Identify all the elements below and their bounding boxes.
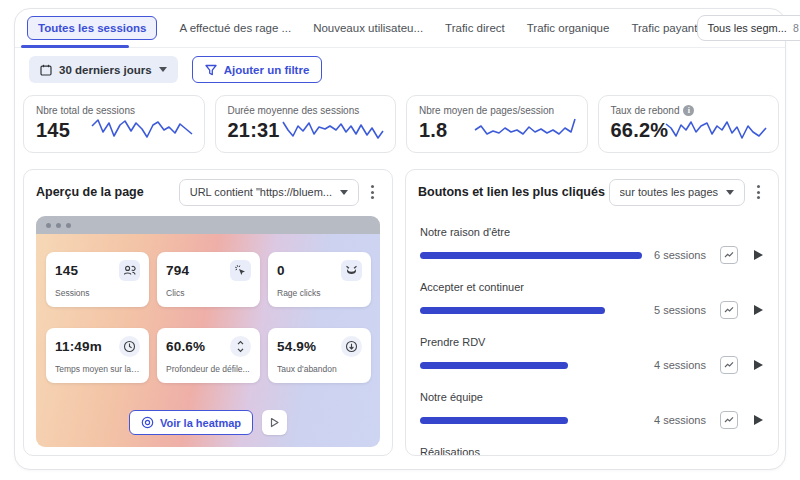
play-sessions-button[interactable] — [752, 414, 764, 426]
sessions-count: 5 sessions — [654, 304, 706, 316]
play-icon — [752, 359, 764, 371]
exit-down-icon — [341, 336, 362, 357]
sessions-bar — [420, 417, 568, 424]
trend-chart-icon — [724, 360, 734, 370]
panel-title: Boutons et lien les plus cliqués — [418, 185, 605, 199]
segments-count-badge: 8 — [793, 22, 799, 34]
filter-bar: 30 derniers jours Ajouter un filtre — [29, 56, 322, 83]
tab-toutes-les-sessions[interactable]: Toutes les sessions — [27, 16, 157, 40]
page-overview-panel: Aperçu de la page URL contient "https://… — [23, 169, 393, 456]
tab-trafic-payant[interactable]: Trafic payant — [631, 22, 697, 34]
view-trend-button[interactable] — [720, 411, 738, 429]
sessions-bar — [420, 362, 568, 369]
top-clicks-panel: Boutons et lien les plus cliqués sur tou… — [405, 169, 779, 456]
play-icon — [752, 304, 764, 316]
stat-value: 0 — [277, 263, 285, 278]
stat-clics: 794 Clics — [157, 252, 260, 307]
segments-dropdown-label: Tous les segm... — [707, 22, 786, 34]
add-filter-button[interactable]: Ajouter un filtre — [192, 56, 323, 83]
preview-actions: Voir la heatmap — [36, 410, 380, 435]
sparkline-chart — [473, 114, 577, 144]
sessions-bar — [420, 252, 642, 259]
view-trend-button[interactable] — [720, 301, 738, 319]
click-cursor-icon — [230, 260, 251, 281]
list-item: Prendre RDV 4 sessions — [420, 336, 764, 374]
tab-rage-clicks[interactable]: A effectué des rage ... — [179, 22, 291, 34]
view-heatmap-button[interactable]: Voir la heatmap — [129, 410, 253, 435]
stat-scroll-depth: 60.6% Profondeur de défile... — [157, 328, 260, 383]
sessions-count: 4 sessions — [654, 359, 706, 371]
trend-chart-icon — [724, 415, 734, 425]
users-icon — [119, 260, 140, 281]
play-sessions-button[interactable] — [752, 359, 764, 371]
view-trend-button[interactable] — [720, 356, 738, 374]
play-preview-button[interactable] — [262, 410, 287, 435]
stat-label: Taux d'abandon — [277, 364, 362, 374]
chevron-down-icon — [726, 190, 734, 195]
date-range-dropdown[interactable]: 30 derniers jours — [29, 56, 178, 83]
sessions-bar — [420, 307, 605, 314]
page-preview-mockup: 145 Sessions 794 — [36, 216, 380, 447]
tab-trafic-organique[interactable]: Trafic organique — [527, 22, 610, 34]
stat-label: Clics — [166, 288, 251, 298]
stat-value: 794 — [166, 263, 189, 278]
calendar-icon — [40, 64, 52, 76]
pages-scope-dropdown[interactable]: sur toutes les pages — [609, 179, 745, 206]
url-filter-dropdown[interactable]: URL contient "https://bluem... — [179, 179, 359, 206]
play-sessions-button[interactable] — [752, 249, 764, 261]
trend-chart-icon — [724, 305, 734, 315]
tab-label: Toutes les sessions — [38, 22, 146, 34]
overlay-stats-row-1: 145 Sessions 794 — [46, 252, 371, 307]
overlay-stats-row-2: 11:49m Temps moyen sur la ... 60.6% — [46, 328, 371, 383]
kpi-row: Nbre total de sessions 145 Durée moyenne… — [23, 95, 779, 153]
kpi-total-sessions: Nbre total de sessions 145 — [23, 95, 205, 153]
stat-sessions: 145 Sessions — [46, 252, 149, 307]
panel-menu-button[interactable] — [751, 181, 766, 203]
sparkline-chart — [664, 114, 768, 144]
segment-tabs: Toutes les sessions A effectué des rage … — [15, 9, 785, 48]
list-item: Réalisations 4 sessions — [420, 446, 764, 456]
view-trend-button[interactable] — [720, 246, 738, 264]
list-item: Accepter et continuer 5 sessions — [420, 281, 764, 319]
date-range-label: 30 derniers jours — [59, 64, 152, 76]
click-target-label: Accepter et continuer — [420, 281, 764, 293]
segments-dropdown[interactable]: Tous les segm... 8 — [697, 15, 800, 41]
stat-rage-clicks: 0 Rage clicks — [268, 252, 371, 307]
play-outline-icon — [269, 417, 280, 428]
add-filter-label: Ajouter un filtre — [224, 64, 310, 76]
heatmap-target-icon — [141, 416, 154, 429]
sparkline-chart — [281, 114, 385, 144]
funnel-icon — [205, 64, 217, 76]
click-target-label: Prendre RDV — [420, 336, 764, 348]
list-item: Notre raison d'être 6 sessions — [420, 226, 764, 264]
stat-value: 11:49m — [55, 339, 102, 354]
stat-label: Sessions — [55, 288, 140, 298]
chevron-down-icon — [340, 190, 348, 195]
tab-nouveaux-utilisateurs[interactable]: Nouveaux utilisateu... — [313, 22, 423, 34]
sessions-count: 4 sessions — [654, 414, 706, 426]
stat-avg-time: 11:49m Temps moyen sur la ... — [46, 328, 149, 383]
play-icon — [752, 414, 764, 426]
scroll-depth-icon — [230, 336, 251, 357]
page-overview-header: Aperçu de la page URL contient "https://… — [24, 170, 392, 214]
list-item: Notre équipe 4 sessions — [420, 391, 764, 429]
page-preview-body: 145 Sessions 794 — [36, 234, 380, 447]
stat-label: Rage clicks — [277, 288, 362, 298]
play-sessions-button[interactable] — [752, 304, 764, 316]
top-clicks-list: Notre raison d'être 6 sessions Accepter … — [420, 226, 764, 456]
tab-trafic-direct[interactable]: Trafic direct — [445, 22, 505, 34]
rage-face-icon — [341, 260, 362, 281]
view-heatmap-label: Voir la heatmap — [160, 417, 241, 429]
stat-value: 54.9% — [277, 339, 316, 354]
sessions-count: 6 sessions — [654, 249, 706, 261]
dashboard-window: Toutes les sessions A effectué des rage … — [14, 8, 786, 470]
stat-abandon-rate: 54.9% Taux d'abandon — [268, 328, 371, 383]
sparkline-chart — [90, 114, 194, 144]
stat-value: 60.6% — [166, 339, 205, 354]
chevron-down-icon — [159, 67, 167, 72]
panel-menu-button[interactable] — [365, 181, 380, 203]
stat-label: Profondeur de défile... — [166, 364, 251, 374]
kpi-pages-per-session: Nbre moyen de pages/session 1.8 — [406, 95, 588, 153]
stat-value: 145 — [55, 263, 78, 278]
top-clicks-header: Boutons et lien les plus cliqués sur tou… — [406, 170, 778, 214]
